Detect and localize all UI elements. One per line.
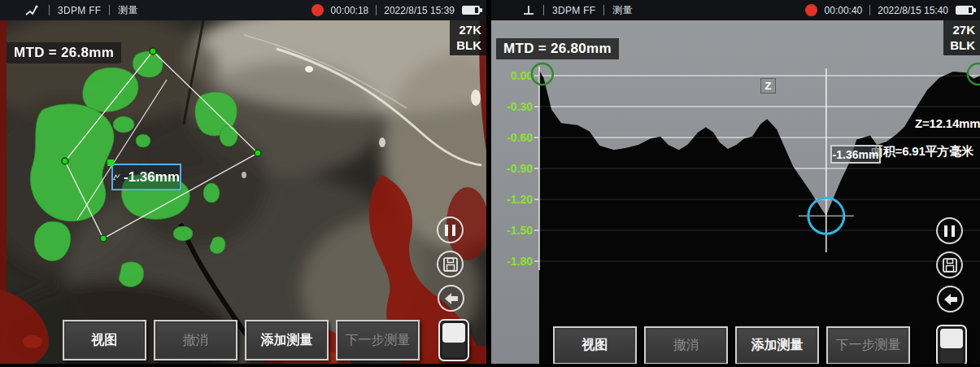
measure-point[interactable] [62, 158, 68, 164]
depth-anchor-point[interactable] [107, 159, 114, 166]
divider [603, 5, 604, 15]
record-indicator-icon [805, 4, 817, 16]
measure-point[interactable] [150, 48, 156, 55]
pause-button[interactable] [437, 216, 464, 243]
area-measurement-value: 面积=6.91平方毫米 [871, 144, 973, 159]
right-toolbar: 视图 撤消 添加测量 下一步测量 [553, 326, 910, 365]
save-button[interactable] [936, 251, 963, 278]
view-button[interactable]: 视图 [63, 320, 146, 360]
badge-mode: BLK [456, 37, 481, 53]
mode-label: 3DPM FF [58, 5, 101, 16]
badge-resolution: 27K [456, 22, 481, 37]
next-measurement-button[interactable]: 下一步测量 [826, 326, 910, 365]
divider [869, 5, 870, 15]
battery-icon [462, 6, 480, 15]
measure-point[interactable] [100, 235, 107, 242]
dual-view-measurement-screen: 3DPM FF 测量 00:00:18 2022/8/15 15:39 MTD … [0, 0, 980, 367]
profile-silhouette [539, 71, 980, 367]
y-tick-label: -0.60 [507, 131, 533, 144]
depth-profile-mode-icon [522, 4, 535, 16]
display-toggle-button[interactable] [936, 325, 967, 367]
add-measurement-button[interactable]: 添加测量 [735, 326, 819, 365]
undo-button[interactable]: 撤消 [644, 326, 728, 365]
datetime: 2022/8/15 15:39 [384, 5, 455, 16]
record-time: 00:00:18 [331, 5, 369, 16]
divider [49, 5, 50, 15]
y-tick-label: -1.80 [507, 255, 533, 268]
view-button[interactable]: 视图 [553, 326, 637, 365]
depth-result-box[interactable]: -1.36mm [111, 164, 181, 190]
pause-icon [944, 225, 955, 237]
measure-point[interactable] [255, 150, 261, 156]
y-tick-label: -0.90 [507, 162, 533, 175]
y-tick-label: -1.20 [507, 193, 533, 206]
save-floppy-icon [442, 256, 459, 273]
divider [376, 5, 377, 15]
borescope-photo [0, 20, 486, 367]
next-measurement-button[interactable]: 下一步测量 [336, 320, 420, 360]
right-panel-depth-profile: 0.00-0.30-0.60-0.90-1.20-1.50-1.80 3DPM … [491, 0, 980, 367]
back-arrow-icon [443, 291, 460, 306]
back-button[interactable] [438, 285, 464, 312]
left-toolbar: 视图 撤消 添加测量 下一步测量 [63, 320, 420, 360]
left-panel-camera-view: 3DPM FF 测量 00:00:18 2022/8/15 15:39 MTD … [0, 0, 486, 367]
mtd-readout: MTD = 26.80mm [496, 38, 619, 59]
back-arrow-icon [943, 292, 959, 307]
tab-measure[interactable]: 测量 [118, 3, 138, 17]
record-indicator-icon [311, 4, 324, 16]
mode-label: 3DPM FF [552, 5, 595, 16]
depth-value: -1.36mm [124, 169, 180, 186]
battery-icon [956, 6, 973, 15]
depth-measure-icon [113, 171, 121, 183]
record-time: 00:00:40 [825, 5, 863, 16]
y-tick-label: 0.00 [511, 69, 533, 82]
back-button[interactable] [937, 286, 964, 312]
pause-button[interactable] [936, 217, 963, 244]
z-cursor-tag[interactable]: Z [760, 78, 776, 94]
mtd-readout: MTD = 26.8mm [7, 42, 121, 63]
divider [543, 5, 544, 15]
y-tick-label: -1.50 [507, 224, 533, 237]
datetime: 2022/8/15 15:40 [878, 5, 948, 16]
save-button[interactable] [437, 251, 464, 277]
probe-tip-icon [24, 4, 41, 17]
left-topbar: 3DPM FF 测量 00:00:18 2022/8/15 15:39 [0, 0, 486, 20]
tab-measure[interactable]: 测量 [612, 3, 633, 17]
divider [109, 5, 110, 15]
badge-resolution: 27K [950, 22, 975, 37]
add-measurement-button[interactable]: 添加测量 [245, 320, 329, 360]
screen-bottom-edge [0, 364, 980, 367]
stream-badge: 27K BLK [943, 20, 980, 55]
display-toggle-button[interactable] [438, 319, 469, 361]
badge-mode: BLK [950, 37, 975, 53]
save-floppy-icon [942, 257, 958, 273]
y-tick-label: -0.30 [507, 100, 533, 113]
undo-button[interactable]: 撤消 [154, 320, 237, 360]
stream-badge: 27K BLK [450, 20, 486, 55]
z-measurement-value: Z=12.14mm [915, 116, 980, 130]
pause-icon [445, 225, 455, 236]
depth-result-box[interactable]: -1.36mm [830, 145, 881, 164]
right-topbar: 3DPM FF 测量 00:00:40 2022/8/15 15:40 [491, 0, 980, 20]
